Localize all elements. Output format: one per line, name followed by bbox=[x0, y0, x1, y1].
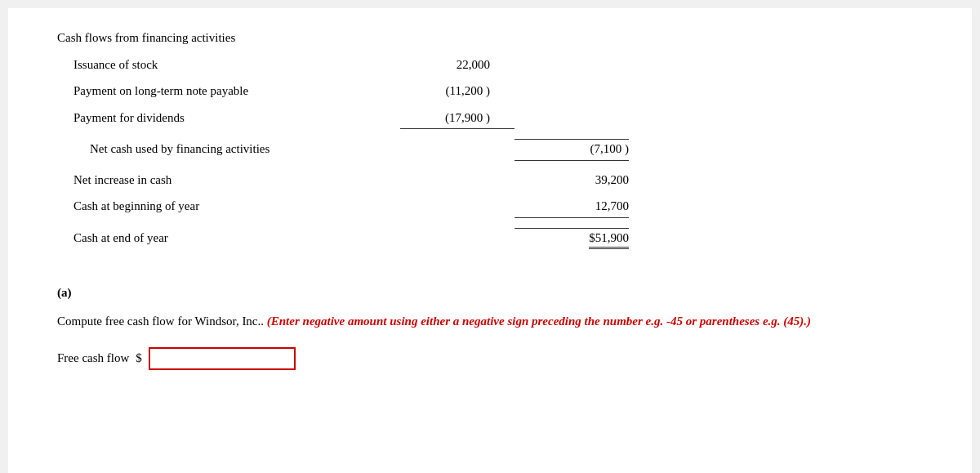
cash-end-row: Cash at end of year $51,900 bbox=[57, 224, 923, 254]
dividends-row: Payment for dividends (17,900 ) bbox=[57, 105, 923, 136]
issuance-row: Issuance of stock 22,000 bbox=[57, 51, 923, 78]
free-cash-row: Free cash flow $ bbox=[57, 347, 923, 370]
part-a-label: (a) bbox=[57, 286, 923, 300]
longterm-row: Payment on long-term note payable (11,20… bbox=[57, 78, 923, 105]
part-a-section: (a) Compute free cash flow for Windsor, … bbox=[57, 278, 923, 370]
longterm-col1: (11,200 ) bbox=[400, 82, 514, 100]
net-increase-col2: 39,200 bbox=[514, 171, 629, 190]
instruction-text: Compute free cash flow for Windsor, Inc.… bbox=[57, 312, 923, 331]
main-page: Cash flows from financing activities Iss… bbox=[8, 8, 972, 473]
instruction-red: (Enter negative amount using either a ne… bbox=[264, 315, 811, 328]
cash-begin-row: Cash at beginning of year 12,700 bbox=[57, 193, 923, 224]
dividends-label: Payment for dividends bbox=[57, 109, 400, 127]
net-financing-col2: (7,100 ) bbox=[514, 139, 629, 161]
dividends-col1: (17,900 ) bbox=[400, 109, 514, 130]
net-financing-label: Net cash used by financing activities bbox=[57, 140, 400, 158]
issuance-label: Issuance of stock bbox=[57, 56, 400, 74]
cash-begin-label: Cash at beginning of year bbox=[57, 197, 400, 216]
financing-section: Cash flows from financing activities Iss… bbox=[57, 25, 923, 253]
free-cash-input[interactable] bbox=[149, 347, 296, 370]
cash-end-value: $51,900 bbox=[589, 229, 629, 250]
net-financing-row: Net cash used by financing activities (7… bbox=[57, 135, 923, 167]
financing-header-label: Cash flows from financing activities bbox=[57, 29, 400, 47]
cash-begin-col2: 12,700 bbox=[514, 197, 629, 218]
cash-end-label: Cash at end of year bbox=[57, 229, 400, 248]
issuance-col1: 22,000 bbox=[400, 56, 514, 74]
cash-end-col2: $51,900 bbox=[514, 228, 629, 250]
free-cash-label: Free cash flow bbox=[57, 351, 129, 365]
instruction-start: Compute free cash flow for Windsor, Inc.… bbox=[57, 315, 264, 328]
financing-header-row: Cash flows from financing activities bbox=[57, 25, 923, 51]
net-increase-row: Net increase in cash 39,200 bbox=[57, 167, 923, 194]
dollar-sign: $ bbox=[136, 351, 142, 365]
net-increase-label: Net increase in cash bbox=[57, 171, 400, 190]
longterm-label: Payment on long-term note payable bbox=[57, 82, 400, 100]
